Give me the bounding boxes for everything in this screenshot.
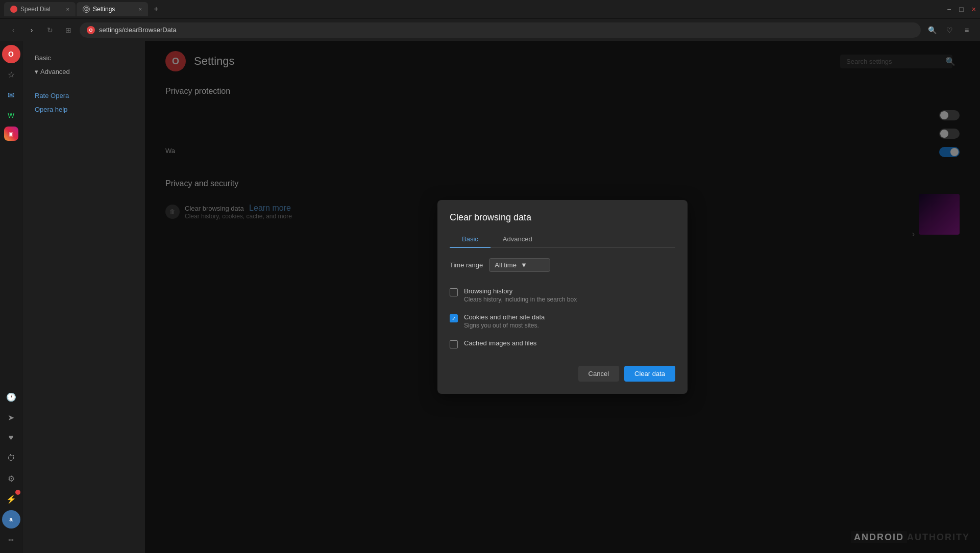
settings-sidebar: Basic ▾ Advanced Rate Opera Opera help (22, 41, 145, 553)
sidebar-advanced[interactable]: ▾ Advanced (31, 65, 137, 79)
time-range-row: Time range All time ▼ (450, 258, 675, 272)
browsing-history-desc: Clears history, including in the search … (464, 296, 577, 303)
sidebar-lightning-icon[interactable]: ⚡ (2, 490, 20, 508)
address-bar[interactable]: O settings/clearBrowserData (80, 22, 921, 38)
sidebar-messenger-icon[interactable]: ✉ (2, 86, 20, 104)
nav-right-icons: 🔍 ♡ ≡ (925, 23, 974, 37)
cancel-button[interactable]: Cancel (578, 366, 619, 382)
browsing-history-checkbox[interactable] (450, 288, 458, 296)
time-range-label: Time range (450, 261, 483, 269)
speed-dial-tab-label: Speed Dial (20, 6, 51, 13)
opera-help-link[interactable]: Opera help (31, 103, 137, 116)
sidebar-instagram-icon[interactable]: ▣ (4, 127, 18, 141)
speed-dial-tab-icon (10, 6, 17, 13)
advanced-arrow-icon: ▾ (35, 68, 38, 76)
cookies-label: Cookies and other site data (464, 313, 545, 321)
clear-browsing-data-dialog: Clear browsing data Basic Advanced Time … (437, 200, 688, 394)
tabs-button[interactable]: ⊞ (61, 23, 76, 37)
window-controls: − □ × (947, 5, 976, 13)
sidebar-clock-icon[interactable]: ⏱ (2, 449, 20, 467)
sidebar-send-icon[interactable]: ➤ (2, 408, 20, 426)
clear-data-button[interactable]: Clear data (624, 366, 675, 382)
sidebar-more-button[interactable]: ••• (2, 531, 20, 549)
bookmark-icon[interactable]: ♡ (942, 23, 957, 37)
browsing-history-label: Browsing history (464, 287, 577, 295)
new-tab-button[interactable]: + (149, 2, 163, 16)
tab-speed-dial[interactable]: Speed Dial × (4, 2, 76, 16)
tab-settings[interactable]: ⚙ Settings × (77, 2, 148, 16)
sidebar-settings-icon[interactable]: ⚙ (2, 469, 20, 488)
search-icon[interactable]: 🔍 (925, 23, 939, 37)
time-range-value: All time (495, 261, 517, 269)
settings-area: Basic ▾ Advanced Rate Opera Opera help O… (22, 41, 980, 553)
modal-overlay: Clear browsing data Basic Advanced Time … (145, 41, 980, 553)
sidebar-heart-icon[interactable]: ♥ (2, 429, 20, 447)
browsing-history-text: Browsing history Clears history, includi… (464, 287, 577, 303)
close-button[interactable]: × (972, 5, 976, 13)
sidebar-opera-logo[interactable]: O (2, 45, 20, 63)
cached-images-checkbox[interactable] (450, 340, 458, 348)
cookies-checkbox[interactable]: ✓ (450, 314, 458, 322)
opera-badge-icon: O (87, 26, 95, 34)
rate-opera-link[interactable]: Rate Opera (31, 89, 137, 103)
sidebar-whatsapp-icon[interactable]: W (2, 106, 20, 124)
sidebar-basic[interactable]: Basic (31, 51, 137, 65)
forward-button[interactable]: › (24, 23, 39, 37)
cached-images-label: Cached images and files (464, 339, 536, 347)
cookies-desc: Signs you out of most sites. (464, 322, 545, 329)
settings-content: O Settings 🔍 Privacy protection Wa (145, 41, 980, 553)
cookies-text: Cookies and other site data Signs you ou… (464, 313, 545, 329)
reload-button[interactable]: ↻ (43, 23, 57, 37)
dialog-tab-advanced[interactable]: Advanced (491, 231, 545, 248)
title-bar: Speed Dial × ⚙ Settings × + − □ × (0, 0, 980, 18)
speed-dial-close[interactable]: × (66, 6, 69, 12)
sidebar-bookmarks-icon[interactable]: ☆ (2, 65, 20, 84)
cached-images-text: Cached images and files (464, 339, 536, 348)
time-range-select[interactable]: All time ▼ (489, 258, 550, 272)
maximize-button[interactable]: □ (959, 5, 963, 13)
main-layout: O ☆ ✉ W ▣ 🕐 ➤ ♥ ⏱ ⚙ ⚡ a ••• Basic ▾ Adva… (0, 41, 980, 553)
cached-images-item: Cached images and files (450, 334, 675, 354)
dialog-footer: Cancel Clear data (450, 366, 675, 382)
dialog-title: Clear browsing data (450, 212, 675, 223)
back-button[interactable]: ‹ (6, 23, 20, 37)
sidebar-avatar[interactable]: a (2, 510, 20, 529)
dialog-tab-basic[interactable]: Basic (450, 231, 491, 248)
time-range-arrow-icon: ▼ (521, 261, 527, 269)
cookies-item: ✓ Cookies and other site data Signs you … (450, 308, 675, 334)
menu-icon[interactable]: ≡ (960, 23, 974, 37)
nav-bar: ‹ › ↻ ⊞ O settings/clearBrowserData 🔍 ♡ … (0, 18, 980, 41)
settings-tab-label: Settings (93, 6, 115, 13)
settings-close[interactable]: × (139, 6, 142, 12)
dialog-tabs: Basic Advanced (450, 231, 675, 248)
browsing-history-item: Browsing history Clears history, includi… (450, 282, 675, 308)
address-text: settings/clearBrowserData (99, 26, 177, 34)
lightning-badge (15, 490, 20, 495)
minimize-button[interactable]: − (947, 5, 951, 13)
sidebar-history-icon[interactable]: 🕐 (2, 388, 20, 406)
tabs-area: Speed Dial × ⚙ Settings × + (4, 0, 163, 18)
sidebar-bottom: 🕐 ➤ ♥ ⏱ ⚙ ⚡ a ••• (2, 388, 20, 549)
left-sidebar: O ☆ ✉ W ▣ 🕐 ➤ ♥ ⏱ ⚙ ⚡ a ••• (0, 41, 22, 553)
settings-tab-icon: ⚙ (83, 6, 90, 13)
